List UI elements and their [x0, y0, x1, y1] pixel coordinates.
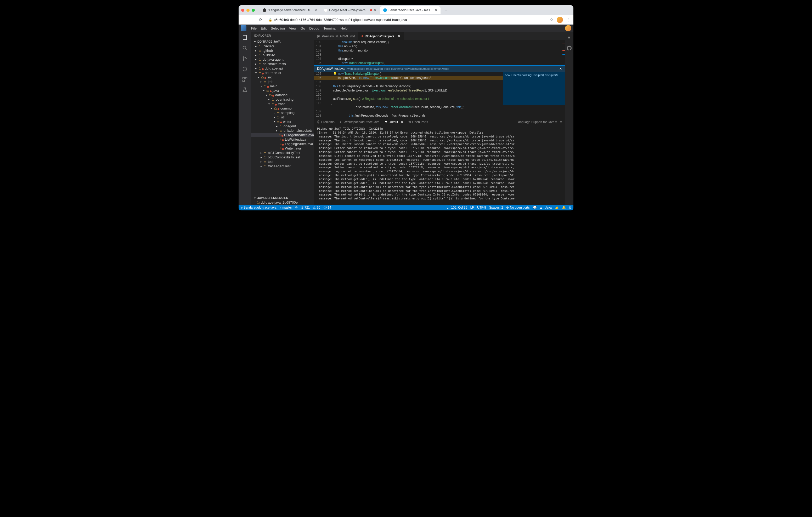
beaker-icon[interactable] [241, 86, 249, 94]
folder-src[interactable]: ▾🗀src [251, 75, 314, 80]
folder-test[interactable]: ▸🗀test [251, 159, 314, 164]
cursor-position[interactable]: Ln 105, Col 25 [447, 206, 467, 209]
browser-tab[interactable]: "Language server crashed 5 ti…✕ [260, 6, 320, 14]
file-Writer.java[interactable]: ♨Writer.java [251, 146, 314, 151]
output-tab[interactable]: ⚑Output✕ [384, 120, 403, 124]
user-avatar[interactable] [565, 25, 571, 31]
folder-common[interactable]: ▾🗀common [251, 106, 314, 111]
info-count[interactable]: ⓘ 14 [324, 206, 331, 210]
workspace-root[interactable]: ▾DD-TRACE-JAVA [251, 39, 314, 44]
menu-go[interactable]: Go [298, 26, 307, 31]
minimize-button[interactable] [246, 9, 250, 12]
close-icon[interactable]: ✕ [559, 67, 562, 70]
git-icon[interactable] [241, 55, 249, 62]
outline-icon[interactable]: ≡ [566, 34, 573, 41]
menu-edit[interactable]: Edit [259, 26, 269, 31]
maximize-button[interactable] [252, 9, 255, 12]
browser-tab[interactable]: Sandared/dd-trace-java - mas…✕ [380, 6, 440, 14]
ide-logo-icon[interactable] [241, 25, 246, 31]
bottom-editor-pane[interactable]: disruptorSize, this, new TraceConsumer(t… [314, 105, 565, 118]
problems-tab[interactable]: ⓘProblems [317, 120, 335, 124]
java-deps-section[interactable]: ▾JAVA DEPENDENCIES [251, 195, 314, 200]
folder-dd-smoke-tests[interactable]: ▸🗀dd-smoke-tests [251, 62, 314, 66]
github-icon[interactable] [566, 44, 573, 52]
profile-avatar[interactable] [557, 17, 563, 23]
editor-tab[interactable]: ▣Preview README.md [314, 32, 358, 40]
dep-item[interactable]: 🗂dd-trace-java_2d68700e [251, 200, 314, 205]
file-DDAgentWriter.java[interactable]: ♨DDAgentWriter.java [251, 133, 314, 137]
address-bar[interactable]: 🔒 c5e604e0-dee0-4176-a764-6dcb73684722.w… [266, 16, 546, 24]
folder-util[interactable]: ▸🗀util [251, 115, 314, 119]
bell-icon[interactable]: 🔔 [562, 206, 566, 209]
menu-selection[interactable]: Selection [269, 26, 287, 31]
ports-tab[interactable]: ⟲Open Ports [408, 120, 428, 124]
top-editor-pane[interactable]: 100 final int flushFrequencySeconds) {10… [314, 40, 565, 65]
language-status[interactable]: Java [545, 206, 552, 209]
folder-dd-trace-ot[interactable]: ▾🗀dd-trace-ot [251, 70, 314, 75]
debug-icon[interactable] [241, 65, 249, 73]
folder-icon: 🗀 [277, 120, 280, 124]
eol-status[interactable]: LF [470, 206, 474, 209]
folder-ot33CompatibilityTest[interactable]: ▸🗀ot33CompatibilityTest [251, 155, 314, 159]
peek-editor[interactable]: 105 💡 new TraceSerializingDisruptor(106 … [314, 72, 503, 105]
folder-opentracing[interactable]: ▸🗀opentracing [251, 97, 314, 102]
folder-.github[interactable]: ▸🗀.github [251, 48, 314, 53]
git-branch[interactable]: ⑂ master [280, 206, 292, 209]
folder-unixdomainsockets[interactable]: ▸🗀unixdomainsockets [251, 128, 314, 133]
back-button[interactable]: ← [241, 17, 247, 23]
folder-traceAgentTest[interactable]: ▸🗀traceAgentTest [251, 164, 314, 168]
folder-writer[interactable]: ▾🗀writer [251, 119, 314, 124]
new-tab-button[interactable]: + [443, 7, 450, 13]
chevron-icon: ▸ [254, 62, 257, 65]
hourglass-icon[interactable]: ⧗ [540, 206, 542, 209]
close-tab-icon[interactable]: ✕ [314, 8, 317, 12]
menu-debug[interactable]: Debug [307, 26, 321, 31]
close-tab-icon[interactable]: ✕ [435, 8, 437, 12]
menu-terminal[interactable]: Terminal [321, 26, 338, 31]
reload-button[interactable]: ⟳ [257, 17, 264, 23]
browser-menu-button[interactable]: ⋮ [565, 17, 571, 23]
folder-.circleci[interactable]: ▸🗀.circleci [251, 44, 314, 48]
folder-datadog[interactable]: ▾🗀datadog [251, 93, 314, 97]
layout-icon[interactable]: ⧉ [569, 206, 571, 209]
close-tab-icon[interactable]: ✕ [374, 8, 376, 12]
folder-sampling[interactable]: ▸🗀sampling [251, 111, 314, 115]
clear-output-icon[interactable]: ≡ [560, 120, 562, 124]
folder-jmh[interactable]: ▸🗀jmh [251, 80, 314, 84]
close-button[interactable] [241, 9, 244, 12]
editor-tab[interactable]: DDAgentWriter.java✕ [358, 32, 404, 40]
encoding-status[interactable]: UTF-8 [477, 206, 486, 209]
close-icon[interactable]: ✕ [398, 34, 401, 38]
sync-status[interactable]: ⟳ [295, 206, 298, 209]
spaces-status[interactable]: Spaces: 2 [489, 206, 503, 209]
peek-references[interactable]: new TraceSerializingDisruptor( disruptor… [503, 72, 565, 105]
menu-help[interactable]: Help [339, 26, 350, 31]
remote-status[interactable]: ⎋ Sandared/dd-trace-java [241, 206, 276, 209]
extensions-icon[interactable] [241, 76, 249, 83]
menu-view[interactable]: View [287, 26, 298, 31]
folder-trace[interactable]: ▾🗀trace [251, 102, 314, 106]
explorer-icon[interactable] [241, 34, 249, 41]
forward-button[interactable]: → [249, 17, 255, 23]
folder-dd-trace-api[interactable]: ▸🗀dd-trace-api [251, 66, 314, 70]
menu-file[interactable]: File [249, 26, 259, 31]
folder-dd-java-agent[interactable]: ▸🗀dd-java-agent [251, 57, 314, 62]
output-channel-select[interactable]: Language Support for Java ‡ [516, 120, 557, 124]
error-count[interactable]: ⊗ 721 [301, 206, 310, 209]
terminal-tab[interactable]: >_/workspace/dd-trace-java [340, 120, 380, 124]
bookmark-button[interactable]: ☆ [548, 17, 555, 23]
folder-ddagent[interactable]: ▸🗀ddagent [251, 124, 314, 128]
output-body[interactable]: Picked up JAVA_TOOL_OPTIONS: -Xmx2254m [… [314, 126, 565, 200]
search-icon[interactable] [241, 44, 249, 52]
browser-tab[interactable]: Google Meet – rbn-yfka-m…✕ [321, 6, 380, 14]
thumbs-up-icon[interactable]: 👍 [555, 206, 559, 209]
file-LoggingWriter.java[interactable]: ♨LoggingWriter.java [251, 142, 314, 146]
ports-status[interactable]: ⊘ No open ports [506, 206, 529, 209]
warning-count[interactable]: ⚠ 36 [313, 206, 320, 209]
folder-buildSrc[interactable]: ▸🗀buildSrc [251, 53, 314, 57]
folder-main[interactable]: ▾🗀main [251, 84, 314, 88]
chat-icon[interactable]: 💬 [533, 206, 537, 209]
file-ListWriter.java[interactable]: ♨ListWriter.java [251, 137, 314, 142]
folder-java[interactable]: ▾🗀java [251, 88, 314, 93]
folder-ot31CompatibilityTest[interactable]: ▸🗀ot31CompatibilityTest [251, 151, 314, 155]
